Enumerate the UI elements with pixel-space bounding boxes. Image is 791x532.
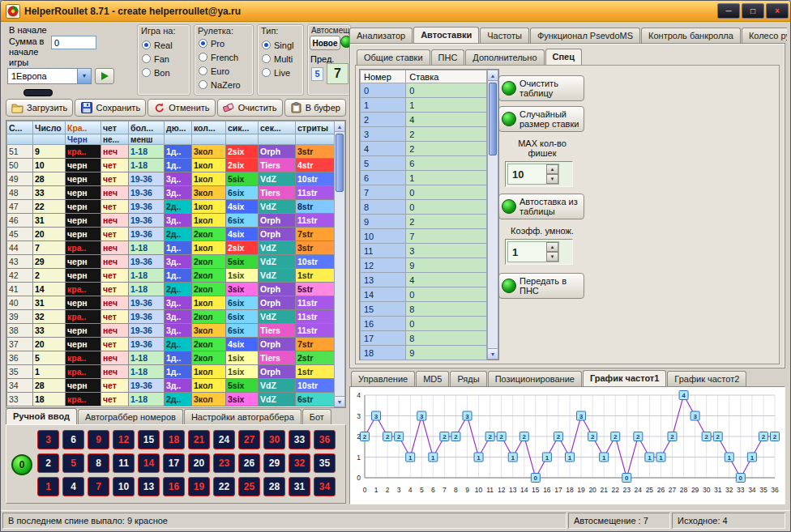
number-button-0[interactable]: 0 [11,454,32,475]
history-row[interactable]: 519кра..неч1-181д..3кол2sixOrph3str [7,145,336,159]
number-button-34[interactable]: 34 [314,477,336,496]
send-to-pns-button[interactable]: Передать в ПНС [498,273,584,299]
number-button-8[interactable]: 8 [88,453,109,473]
bets-row[interactable]: 80 [361,200,487,215]
bet-tab-1[interactable]: Общие ставки [357,49,430,65]
radio-game-fan[interactable]: Fan [138,52,190,66]
number-button-35[interactable]: 35 [314,453,336,473]
history-header-parity[interactable]: чет [101,121,129,134]
input-tab-3[interactable]: Настройки автограббера [184,409,301,424]
number-button-31[interactable]: 31 [289,477,310,496]
undo-button[interactable]: Отменить [148,99,215,117]
history-header-street[interactable]: стриты [296,121,336,134]
history-scrollbar[interactable]: ▲ ▼ [334,121,345,407]
history-row[interactable]: 3720чернчет19-362д..2кол4sixOrph7str [7,338,336,351]
history-row[interactable]: 4631черннеч19-363д..1кол6sixOrph11str [7,214,336,228]
spinner-up-icon[interactable]: ▲ [546,242,558,252]
bets-row[interactable]: 92 [361,215,487,229]
history-row[interactable]: 422чернчет1-181д..2кол1sixVdZ1str [7,269,336,283]
start-game-button[interactable] [95,68,114,84]
bets-row[interactable]: 70 [361,185,487,200]
history-row[interactable]: 4722чернчет19-362д..1кол4sixVdZ8str [7,200,336,214]
number-button-1[interactable]: 1 [37,477,59,496]
bets-row[interactable]: 134 [361,273,487,287]
history-row[interactable]: 4329черннеч19-363д..2кол5sixVdZ10str [7,255,336,269]
number-button-16[interactable]: 16 [163,477,185,496]
scroll-down-icon[interactable]: ▼ [488,348,498,359]
spinner-up-icon[interactable]: ▲ [546,164,558,174]
bets-scroll-thumb[interactable] [489,83,497,155]
bets-row[interactable]: 11 [361,98,487,113]
number-button-25[interactable]: 25 [238,477,260,496]
bets-row[interactable]: 129 [361,258,487,273]
main-tab-1[interactable]: Анализатор [349,28,413,43]
radio-roulette-euro[interactable]: Euro [195,64,253,78]
number-button-14[interactable]: 14 [138,453,160,473]
history-header-spin[interactable]: С... [7,121,33,134]
number-button-11[interactable]: 11 [113,453,135,473]
radio-roulette-pro[interactable]: Pro [195,36,253,50]
number-button-30[interactable]: 30 [263,430,285,449]
number-button-36[interactable]: 36 [314,430,336,449]
bets-header-stake[interactable]: Ставка [406,70,487,83]
number-button-12[interactable]: 12 [113,430,135,449]
number-button-21[interactable]: 21 [188,430,210,449]
number-button-19[interactable]: 19 [188,477,210,496]
history-row[interactable]: 4031черннеч19-363д..1кол6sixOrph11str [7,296,336,310]
coef-value[interactable]: 1 [508,246,546,258]
radio-game-bon[interactable]: Bon [138,66,190,79]
history-row[interactable]: 3932кра..чет19-363д..2кол6sixVdZ11str [7,310,336,324]
number-button-20[interactable]: 20 [188,453,210,473]
radio-roulette-nazero[interactable]: NaZero [195,78,253,92]
history-row[interactable]: 3318кра..чет1-182д..3кол3sixVdZ6str [7,393,336,406]
input-tab-4[interactable]: Бот [302,409,331,424]
chart-tab-3[interactable]: Ряды [450,371,486,386]
bets-scrollbar[interactable]: ▲ ▼ [487,70,498,360]
start-sum-input[interactable] [51,36,96,49]
clear-table-button[interactable]: Очистить таблицу [498,75,584,101]
number-button-4[interactable]: 4 [62,477,84,496]
new-autoshift-button[interactable]: Новое [310,36,340,50]
bet-tab-2[interactable]: ПНС [431,49,465,65]
chart-tab-4[interactable]: Позиционирование [488,371,582,386]
number-button-10[interactable]: 10 [113,477,135,496]
scroll-up-icon[interactable]: ▲ [488,70,498,81]
number-button-7[interactable]: 7 [88,477,109,496]
number-button-17[interactable]: 17 [163,453,185,473]
history-row[interactable]: 4520чернчет19-362д..2кол4sixOrph7str [7,228,336,241]
history-header-color[interactable]: Кра.. [66,121,101,134]
number-button-27[interactable]: 27 [238,430,260,449]
number-button-13[interactable]: 13 [138,477,160,496]
bets-row[interactable]: 32 [361,127,487,142]
radio-roulette-french[interactable]: French [195,50,253,64]
main-tab-3[interactable]: Частоты [480,28,529,43]
dark-pill-button[interactable] [24,89,53,96]
history-row[interactable]: 351кра..неч1-181д..1кол1sixOrph1str [7,365,336,379]
number-button-15[interactable]: 15 [138,430,160,449]
history-row[interactable]: 4928чернчет19-363д..1кол5sixVdZ10str [7,172,336,186]
chart-tab-1[interactable]: Управление [351,371,415,386]
input-tab-1[interactable]: Ручной ввод [6,408,77,424]
bets-row[interactable]: 107 [361,229,487,244]
number-button-18[interactable]: 18 [163,430,185,449]
history-header-sector[interactable]: сек... [259,121,296,134]
scroll-down-icon[interactable]: ▼ [335,396,344,406]
chart-tab-5[interactable]: График частот1 [583,370,666,386]
history-scroll-thumb[interactable] [336,134,344,192]
bets-row[interactable]: 178 [361,331,487,346]
number-button-5[interactable]: 5 [62,453,84,473]
to-buffer-button[interactable]: В буфер [284,99,346,117]
radio-type-live[interactable]: Live [258,66,303,79]
chart-tab-6[interactable]: График частот2 [667,371,746,386]
number-button-28[interactable]: 28 [263,477,285,496]
bets-header-number[interactable]: Номер [361,70,406,83]
random-stake-button[interactable]: Случайный размер ставки [498,106,584,132]
history-header-num[interactable]: Число [33,121,66,134]
bets-row[interactable]: 160 [361,317,487,331]
bets-row[interactable]: 113 [361,244,487,258]
radio-type-singl[interactable]: Singl [258,38,303,52]
game-select[interactable]: 1Европа ▼ [7,68,92,84]
history-header-half[interactable]: бол... [129,121,165,134]
bets-row[interactable]: 42 [361,142,487,156]
bet-tab-3[interactable]: Дополнительно [465,49,544,65]
